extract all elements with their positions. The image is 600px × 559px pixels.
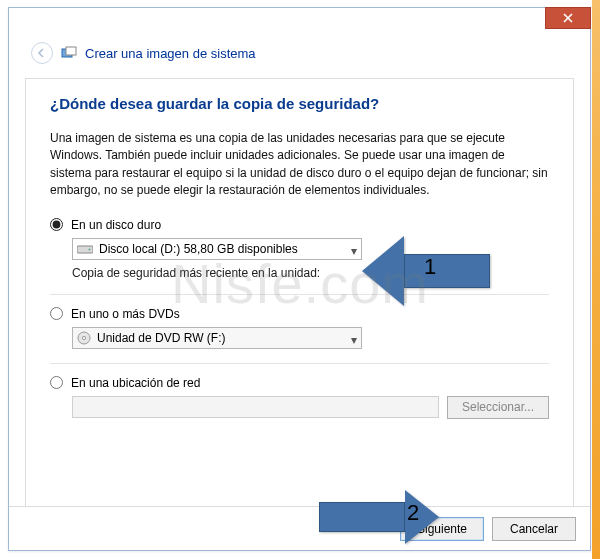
option-dvd: En uno o más DVDs Unidad de DVD RW (F:) … <box>50 307 549 349</box>
page-heading: ¿Dónde desea guardar la copia de segurid… <box>50 95 549 112</box>
svg-point-5 <box>82 336 85 339</box>
radio-network[interactable]: En una ubicación de red <box>50 376 549 390</box>
annotation-label-2: 2 <box>407 500 419 526</box>
radio-dvd-label: En uno o más DVDs <box>71 307 180 321</box>
hdd-drive-value: Disco local (D:) 58,80 GB disponibles <box>99 242 298 256</box>
wizard-footer: Siguiente Cancelar <box>9 506 590 550</box>
dvd-icon <box>77 331 91 345</box>
annotation-label-1: 1 <box>424 254 436 280</box>
svg-rect-1 <box>66 47 76 55</box>
svg-rect-2 <box>77 246 93 253</box>
page-description: Una imagen de sistema es una copia de la… <box>50 130 549 200</box>
hdd-icon <box>77 243 93 255</box>
divider <box>50 363 549 364</box>
close-icon <box>563 13 573 23</box>
system-image-icon <box>61 45 77 61</box>
radio-dvd[interactable]: En uno o más DVDs <box>50 307 549 321</box>
cancel-button[interactable]: Cancelar <box>492 517 576 541</box>
annotation-arrow-2: 2 <box>319 490 439 544</box>
annotation-arrow-1: 1 <box>362 236 490 306</box>
window-title: Crear una imagen de sistema <box>85 46 256 61</box>
chevron-down-icon: ▾ <box>351 244 357 258</box>
radio-dvd-input[interactable] <box>50 307 63 320</box>
decoration-strip <box>592 0 600 559</box>
option-network: En una ubicación de red Seleccionar... <box>50 376 549 419</box>
network-path-field <box>72 396 439 418</box>
content-panel: ¿Dónde desea guardar la copia de segurid… <box>25 78 574 514</box>
chevron-down-icon: ▾ <box>351 333 357 347</box>
dialog-window: Crear una imagen de sistema ¿Dónde desea… <box>8 7 591 551</box>
svg-point-3 <box>89 248 91 250</box>
back-button[interactable] <box>31 42 53 64</box>
dvd-drive-select[interactable]: Unidad de DVD RW (F:) ▾ <box>72 327 362 349</box>
dvd-drive-value: Unidad de DVD RW (F:) <box>97 331 225 345</box>
radio-hdd-label: En un disco duro <box>71 218 161 232</box>
radio-network-label: En una ubicación de red <box>71 376 200 390</box>
radio-network-input[interactable] <box>50 376 63 389</box>
hdd-drive-select[interactable]: Disco local (D:) 58,80 GB disponibles ▾ <box>72 238 362 260</box>
wizard-header: Crear una imagen de sistema <box>9 36 590 68</box>
radio-hdd-input[interactable] <box>50 218 63 231</box>
radio-hdd[interactable]: En un disco duro <box>50 218 549 232</box>
browse-button[interactable]: Seleccionar... <box>447 396 549 419</box>
titlebar <box>9 8 590 36</box>
hdd-recent-label: Copia de seguridad más reciente en la un… <box>72 266 320 280</box>
close-button[interactable] <box>545 7 591 29</box>
back-arrow-icon <box>36 47 48 59</box>
